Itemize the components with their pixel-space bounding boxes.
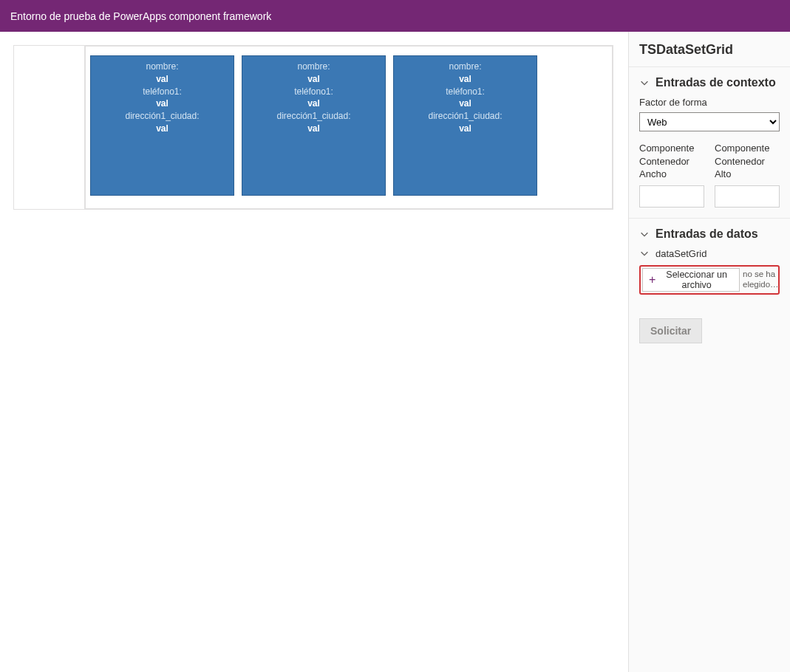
component-name-heading: TSDataSetGrid: [629, 32, 790, 67]
form-factor-select[interactable]: Web: [639, 112, 780, 131]
form-factor-label: Factor de forma: [639, 97, 780, 108]
plus-icon: +: [649, 274, 656, 286]
dataset-name: dataSetGrid: [656, 248, 706, 259]
tile-field-label: nombre:: [91, 61, 234, 73]
section-toggle-data[interactable]: Entradas de datos: [639, 227, 780, 241]
select-file-label: Seleccionar un archivo: [660, 270, 733, 290]
chevron-down-icon: [639, 248, 650, 258]
top-bar: Entorno de prueba de PowerApps component…: [0, 0, 790, 32]
tile-field-value: val: [394, 123, 537, 135]
data-tile[interactable]: nombre: val teléfono1: val dirección1_ci…: [90, 55, 234, 196]
tile-field-value: val: [91, 123, 234, 135]
tile-field-value: val: [394, 97, 537, 110]
container-width-input[interactable]: [639, 185, 704, 208]
tile-field-value: val: [242, 73, 385, 86]
properties-panel: TSDataSetGrid Entradas de contexto Facto…: [628, 32, 790, 672]
tile-field-label: teléfono1:: [242, 86, 385, 98]
tile-field-label: teléfono1:: [394, 86, 537, 98]
container-height-input[interactable]: [715, 185, 780, 208]
apply-area: Solicitar: [629, 305, 790, 357]
data-tile[interactable]: nombre: val teléfono1: val dirección1_ci…: [393, 55, 537, 196]
data-inputs-section: Entradas de datos dataSetGrid + Seleccio…: [629, 219, 790, 305]
file-status-text: no se ha elegido…: [740, 270, 777, 290]
tile-field-label: nombre:: [242, 61, 385, 73]
tile-field-label: dirección1_ciudad:: [242, 110, 385, 123]
context-inputs-section: Entradas de contexto Factor de forma Web…: [629, 67, 790, 219]
section-title: Entradas de contexto: [656, 76, 776, 89]
tile-field-label: dirección1_ciudad:: [394, 110, 537, 123]
canvas-area: nombre: val teléfono1: val dirección1_ci…: [0, 32, 628, 672]
section-title: Entradas de datos: [656, 227, 758, 241]
preview-left-cell: [14, 46, 85, 209]
main-container: nombre: val teléfono1: val dirección1_ci…: [0, 32, 790, 672]
tile-field-label: teléfono1:: [91, 86, 234, 98]
chevron-down-icon: [639, 78, 650, 88]
tile-field-value: val: [394, 73, 537, 86]
tile-field-value: val: [242, 123, 385, 135]
data-tile[interactable]: nombre: val teléfono1: val dirección1_ci…: [242, 55, 386, 196]
tile-field-label: dirección1_ciudad:: [91, 110, 234, 123]
tile-field-value: val: [91, 97, 234, 110]
component-preview-box: nombre: val teléfono1: val dirección1_ci…: [13, 45, 613, 210]
preview-tiles-container: nombre: val teléfono1: val dirección1_ci…: [85, 46, 613, 209]
file-select-row-highlighted: + Seleccionar un archivo no se ha elegid…: [639, 265, 780, 295]
select-file-button[interactable]: + Seleccionar un archivo: [642, 268, 740, 292]
tile-field-label: nombre:: [394, 61, 537, 73]
dataset-toggle[interactable]: dataSetGrid: [639, 248, 780, 259]
container-width-label: Componente Contenedor Ancho: [639, 142, 704, 181]
section-toggle-context[interactable]: Entradas de contexto: [639, 76, 780, 89]
apply-button[interactable]: Solicitar: [639, 318, 702, 343]
container-height-label: Componente Contenedor Alto: [715, 142, 780, 181]
tile-field-value: val: [91, 73, 234, 86]
page-title: Entorno de prueba de PowerApps component…: [10, 10, 271, 22]
chevron-down-icon: [639, 229, 650, 239]
tile-field-value: val: [242, 97, 385, 110]
